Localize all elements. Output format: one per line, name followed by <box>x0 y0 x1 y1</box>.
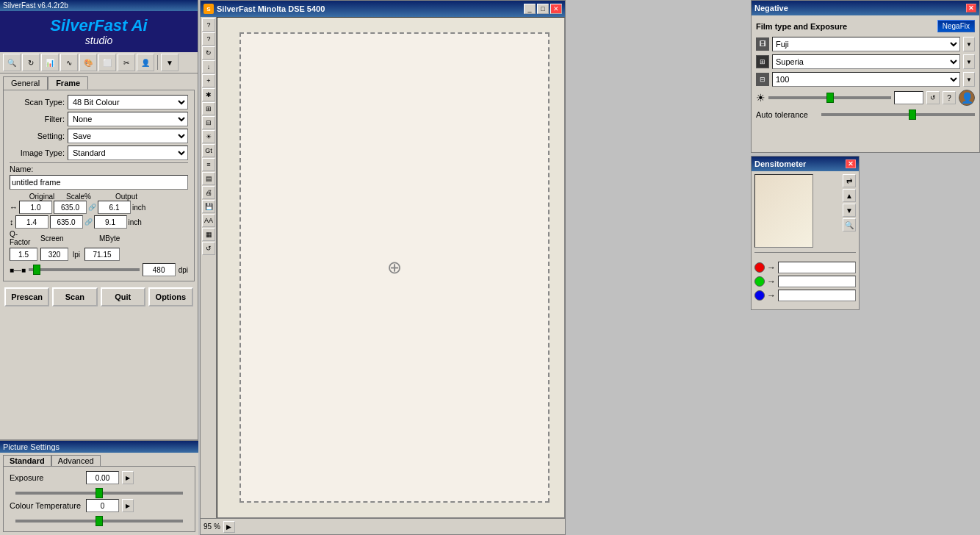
unit-height: inch <box>129 218 149 226</box>
orig-width-input[interactable] <box>19 201 52 214</box>
crosshair: ⊕ <box>383 256 406 279</box>
dens-r-row: → <box>754 262 856 273</box>
status-expand-btn[interactable]: ▶ <box>223 521 235 533</box>
tab-advanced[interactable]: Advanced <box>51 455 101 466</box>
pic-tabs: Standard Advanced <box>0 453 198 466</box>
logo-sub: studio <box>6 35 192 46</box>
side-btn-grid[interactable]: ⊞ <box>202 102 215 115</box>
mask-tool[interactable]: ✂ <box>118 54 135 71</box>
film-type-select[interactable]: Superia Velvia <box>772 54 960 69</box>
colour-temp-value[interactable] <box>86 499 119 512</box>
link-width[interactable]: 🔗 <box>88 204 96 211</box>
color-tool[interactable]: 🎨 <box>79 54 97 71</box>
exposure-slider-container <box>10 487 189 499</box>
side-btn-question2[interactable]: ? <box>202 32 215 46</box>
qfactor-row: Q-Factor Screen MByte <box>10 230 188 246</box>
side-btn-star[interactable]: ✱ <box>202 88 215 101</box>
pic-settings-header: Picture Settings <box>0 441 198 453</box>
tab-frame[interactable]: Frame <box>48 76 88 90</box>
brightness-slider[interactable] <box>768 96 891 99</box>
side-btn-down[interactable]: ↓ <box>202 60 215 73</box>
side-btn-print[interactable]: 🖨 <box>202 186 215 199</box>
scanner-minimize-btn[interactable]: _ <box>524 4 536 14</box>
negafix-btn[interactable]: NegaFix <box>937 20 975 32</box>
scan-button[interactable]: Scan <box>52 287 97 306</box>
dens-nav-up[interactable]: ▲ <box>843 189 856 202</box>
scanner-window: S SilverFast Minolta DSE 5400 _ □ ✕ ? ? … <box>200 0 566 535</box>
film-type-dropdown[interactable]: ▼ <box>963 54 975 69</box>
link-height[interactable]: 🔗 <box>84 218 93 226</box>
dens-nav-down[interactable]: ▼ <box>843 204 856 217</box>
extra-tool[interactable]: ▼ <box>161 54 179 71</box>
setting-select[interactable]: Save <box>68 129 188 143</box>
side-btn-refresh[interactable]: ↺ <box>202 242 215 255</box>
scanner-close-btn[interactable]: ✕ <box>550 4 562 14</box>
prescan-button[interactable]: Prescan <box>4 287 49 306</box>
scanner-maximize-btn[interactable]: □ <box>537 4 549 14</box>
auto-tolerance-slider[interactable] <box>821 113 975 116</box>
scan-type-label: Scan Type: <box>10 98 65 107</box>
orig-height-input[interactable] <box>15 215 48 229</box>
image-type-select[interactable]: Standard <box>68 146 188 160</box>
exposure-slider[interactable] <box>15 492 183 495</box>
iso-dropdown[interactable]: ▼ <box>963 72 975 87</box>
face-tool[interactable]: 👤 <box>137 54 154 71</box>
colour-temp-slider[interactable] <box>15 520 183 523</box>
side-btn-barcode[interactable]: ▦ <box>202 228 215 241</box>
tab-standard[interactable]: Standard <box>3 455 51 466</box>
side-btn-aa[interactable]: AA <box>202 214 215 227</box>
film-brand-dropdown[interactable]: ▼ <box>963 37 975 51</box>
mbyte-input[interactable] <box>84 248 120 261</box>
toolbar-divider <box>157 55 158 70</box>
width-arrow: ↔ <box>10 203 18 212</box>
curve-tool[interactable]: ∿ <box>60 54 78 71</box>
side-btn-question[interactable]: ? <box>202 18 215 32</box>
dens-nav-expand[interactable]: ⇄ <box>843 174 856 187</box>
film-type-row: ⊞ Superia Velvia ▼ <box>756 54 975 69</box>
side-btn-lines[interactable]: ≡ <box>202 158 215 171</box>
b-arrow: → <box>766 290 777 301</box>
brightness-reset-btn[interactable]: ↺ <box>926 91 940 104</box>
tab-general[interactable]: General <box>3 76 48 90</box>
side-btn-plus[interactable]: + <box>202 74 215 87</box>
name-input[interactable] <box>10 175 188 190</box>
options-button[interactable]: Options <box>148 287 193 306</box>
scale-width-input[interactable] <box>54 201 87 214</box>
colour-temp-up-btn[interactable]: ▶ <box>122 499 134 512</box>
exposure-value[interactable] <box>86 471 119 484</box>
brightness-value[interactable] <box>894 91 923 104</box>
side-btn-minus2[interactable]: ⊟ <box>202 116 215 129</box>
densitometer-close-btn[interactable]: ✕ <box>846 159 856 168</box>
film-brand-select[interactable]: Fuji Kodak Agfa <box>772 37 960 51</box>
film-brand-icon: 🎞 <box>756 37 769 51</box>
exposure-up-btn[interactable]: ▶ <box>122 471 134 484</box>
scan-type-select[interactable]: 48 Bit Colour <box>68 95 188 109</box>
side-btn-text[interactable]: Gt <box>202 144 215 157</box>
scan-frame: ⊕ <box>239 32 550 503</box>
dens-nav-zoom[interactable]: 🔍 <box>843 218 856 231</box>
histogram-tool[interactable]: 📊 <box>41 54 59 71</box>
side-btn-lines2[interactable]: ▤ <box>202 172 215 185</box>
out-width-input[interactable] <box>98 201 131 214</box>
side-btn-rotate[interactable]: ↻ <box>202 46 215 60</box>
rotate-tool[interactable]: ↻ <box>22 54 40 71</box>
negative-close-btn[interactable]: ✕ <box>966 4 976 12</box>
gradient-tool[interactable]: ⬜ <box>98 54 116 71</box>
height-arrow: ↕ <box>10 218 14 226</box>
colour-temp-label: Colour Temperature <box>10 501 83 510</box>
dpi-slider[interactable] <box>29 268 140 271</box>
out-height-input[interactable] <box>94 215 127 229</box>
zoom-tool[interactable]: 🔍 <box>3 54 21 71</box>
screen-input[interactable] <box>40 248 68 261</box>
exposure-row: Exposure ▶ <box>10 471 189 484</box>
side-btn-save[interactable]: 💾 <box>202 200 215 213</box>
densitometer-title: Densitometer <box>754 159 806 168</box>
brightness-help-btn[interactable]: ? <box>943 91 956 104</box>
iso-select[interactable]: 100 200 400 800 <box>772 72 960 87</box>
scale-height-input[interactable] <box>50 215 83 229</box>
qfactor-input[interactable] <box>10 248 37 261</box>
side-btn-sun[interactable]: ☀ <box>202 130 215 143</box>
filter-select[interactable]: None <box>68 112 188 126</box>
quit-button[interactable]: Quit <box>101 287 145 306</box>
dpi-input[interactable] <box>143 263 176 276</box>
